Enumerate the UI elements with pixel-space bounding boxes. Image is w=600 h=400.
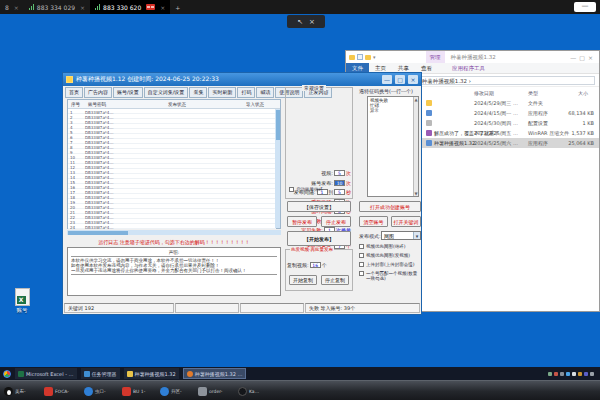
new-session-button[interactable]: + <box>170 0 185 14</box>
app-tab[interactable]: 打码 <box>237 87 255 98</box>
host-taskbar-button[interactable]: 升区- <box>160 384 182 398</box>
app-tab[interactable]: 实时刷新 <box>208 87 236 98</box>
taskbar-window-button[interactable]: Microsoft Excel - … <box>15 368 77 379</box>
column-size[interactable]: 大小 <box>578 90 588 96</box>
open-success-accounts-button[interactable]: 打开成功创建账号 <box>359 201 421 212</box>
stop-publish-button[interactable]: 停止发布 <box>321 216 351 227</box>
close-icon[interactable]: × <box>309 18 315 26</box>
app-window-controls[interactable]: — ▢ × <box>382 75 418 84</box>
checkbox-icon[interactable] <box>359 271 364 276</box>
field-input[interactable]: 16 <box>310 262 321 268</box>
column-publish-status[interactable]: 发布状态 <box>168 102 186 107</box>
start-copy-button[interactable]: 开始复制 <box>289 275 317 285</box>
close-icon[interactable]: × <box>160 4 165 11</box>
loop-account-checkbox[interactable]: 启动账号循环 <box>289 187 323 192</box>
tray-icon[interactable] <box>578 372 582 376</box>
scroll-up-icon[interactable]: ▲ <box>415 97 418 102</box>
quick-access-toolbar[interactable]: ▾ <box>349 54 376 60</box>
close-icon[interactable]: × <box>80 4 85 11</box>
remote-session-tab[interactable]: 883 330 620 × <box>90 0 170 14</box>
minimize-button[interactable]: — <box>574 2 596 12</box>
tray-icon[interactable] <box>566 372 570 376</box>
app-tab[interactable]: 自定义词集/设置 <box>144 87 189 98</box>
tray-icon[interactable] <box>560 372 564 376</box>
tab-view[interactable]: 查看 <box>415 65 438 72</box>
checkbox-icon[interactable] <box>289 187 294 192</box>
explorer-window-controls[interactable]: —▢× <box>570 54 596 61</box>
maximize-icon[interactable]: ▢ <box>579 54 588 61</box>
minimize-icon[interactable]: — <box>382 75 392 84</box>
tab-share[interactable]: 共享 <box>392 65 415 72</box>
option-checkbox-1[interactable]: 视频优先网图(循环) <box>359 244 421 249</box>
field-input[interactable]: 5 <box>334 170 345 176</box>
remote-overlay-toolbar[interactable]: ↖ × <box>287 15 325 28</box>
close-icon[interactable]: × <box>588 54 596 61</box>
column-account[interactable]: 账号密码 <box>88 102 106 107</box>
scroll-thumb[interactable] <box>276 110 280 140</box>
close-icon[interactable]: × <box>408 75 418 84</box>
host-taskbar-button[interactable]: FOCA- <box>44 384 69 398</box>
host-taskbar-button[interactable]: order- <box>198 384 222 398</box>
column-type[interactable]: 类型 <box>528 90 538 96</box>
checkbox-icon[interactable] <box>359 262 364 267</box>
desktop-icon-excel[interactable]: 账号 <box>4 288 40 314</box>
feature-word-listbox[interactable]: 视频失败忙碌异常 ▲ ▼ <box>367 96 419 197</box>
tray-icon[interactable] <box>548 372 552 376</box>
field-input-2[interactable]: 5 <box>334 189 345 195</box>
tray-icon[interactable] <box>584 372 588 376</box>
tray-icon[interactable] <box>554 372 558 376</box>
app-tab[interactable]: 账号/设置 <box>113 87 143 98</box>
remote-tab-partial[interactable]: 8 × <box>0 0 24 14</box>
app-tab[interactable]: 喊话 <box>256 87 274 98</box>
chevron-down-icon[interactable]: ▾ <box>413 232 420 239</box>
tab-app-tools[interactable]: 应用程序工具 <box>446 65 491 72</box>
app-tab[interactable]: 采集 <box>189 87 207 98</box>
pause-publish-button[interactable]: 暂停发布 <box>287 216 317 227</box>
cursor-icon[interactable]: ↖ <box>297 18 303 26</box>
scroll-down-icon[interactable]: ▼ <box>415 191 418 196</box>
stop-copy-button[interactable]: 停止复制 <box>321 275 349 285</box>
taskbar-window-button[interactable]: 种薯种播视频1.32 … <box>183 368 247 379</box>
taskbar-window-button[interactable]: 任务管理器 <box>81 368 120 379</box>
host-taskbar-button[interactable]: Ka… <box>238 384 259 398</box>
chrome-icon[interactable] <box>3 370 11 378</box>
chevron-down-icon[interactable]: ▾ <box>373 54 376 60</box>
tray-icon[interactable] <box>590 372 594 376</box>
scroll-thumb[interactable] <box>68 231 128 235</box>
column-date[interactable]: 修改日期 <box>474 90 494 96</box>
horizontal-scrollbar[interactable] <box>67 230 281 235</box>
field-input[interactable]: 10 <box>334 180 345 186</box>
save-settings-button[interactable]: 【保存设置】 <box>287 201 351 212</box>
vertical-scrollbar[interactable] <box>275 109 280 228</box>
host-taskbar-button[interactable]: 虫口- <box>84 384 106 398</box>
feature-word[interactable]: 异常 <box>370 108 388 113</box>
app-tab[interactable]: 首页 <box>65 87 83 98</box>
listbox-scrollbar[interactable]: ▲ ▼ <box>413 97 418 196</box>
explorer-titlebar[interactable]: ▾ 管理 种薯种播视频1.32 —▢× <box>346 51 599 63</box>
file-date: 2024/5/29/周三 … <box>474 100 518 106</box>
table-row[interactable]: 24 DB33W7a*4… <box>68 224 276 229</box>
option-checkbox-2[interactable]: 视频优先网图(发视频) <box>359 253 421 258</box>
tab-home[interactable]: 主页 <box>369 65 392 72</box>
app-tab[interactable]: 广告内容 <box>84 87 112 98</box>
close-icon[interactable]: × <box>14 4 19 11</box>
publish-mode-select[interactable]: 网图 ▾ <box>381 231 421 240</box>
start-publish-button[interactable]: 【开始发布】 <box>287 231 351 246</box>
host-taskbar-button[interactable]: 美石- <box>4 384 26 398</box>
clear-accounts-button[interactable]: 清空账号 <box>359 216 388 227</box>
checkbox-label: 视频优先网图(循环) <box>366 244 406 249</box>
checkbox-icon[interactable] <box>359 244 364 249</box>
column-import-status[interactable]: 导入状态 <box>246 102 264 107</box>
app-titlebar[interactable]: 种薯种播视频1.12 创建时间: 2024-06-25 20:22:33 — ▢… <box>63 73 421 86</box>
open-keywords-button[interactable]: 打开关键词 <box>391 216 421 227</box>
minimize-icon[interactable]: — <box>570 54 579 61</box>
option-checkbox-4[interactable]: 一个号匹配一个视频(数量一致勾选) <box>359 271 421 281</box>
tray-icon[interactable] <box>572 372 576 376</box>
host-taskbar-button[interactable]: BU 1- <box>122 384 145 398</box>
remote-session-tab[interactable]: 883 334 029 × <box>24 0 90 14</box>
taskbar-window-button[interactable]: 种薯种播视频1.32 <box>124 368 179 379</box>
column-index[interactable]: 序号 <box>71 102 80 107</box>
maximize-icon[interactable]: ▢ <box>395 75 405 84</box>
checkbox-icon[interactable] <box>359 253 364 258</box>
option-checkbox-3[interactable]: 上传封面(上传封面会慢) <box>359 262 421 267</box>
